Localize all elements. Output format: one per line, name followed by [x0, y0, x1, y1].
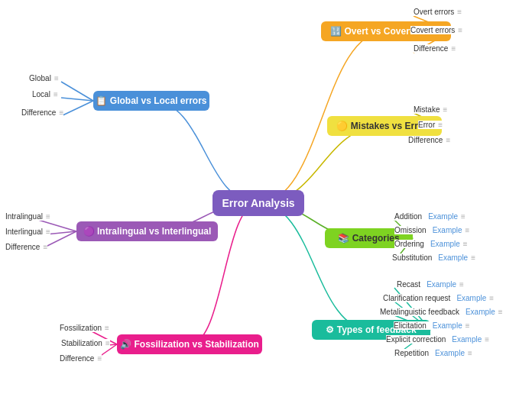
leaf-error: Error ≡: [418, 121, 443, 129]
leaf-overt-diff: Difference ≡: [414, 44, 456, 53]
leaf-local: Local ≡: [32, 90, 58, 98]
node-fossilization-label: 🔊 Fossilization vs Stabilization: [120, 339, 259, 350]
leaf-global-diff: Difference ≡: [21, 108, 63, 117]
leaf-addition: Addition Example ≡: [394, 212, 466, 221]
leaf-stabilization: Stabilization ≡: [61, 339, 110, 347]
central-label: Error Analysis: [222, 197, 294, 209]
svg-line-3: [61, 82, 93, 101]
node-global[interactable]: 📋 Global vs Local errors: [93, 91, 209, 111]
leaf-mistake: Mistake ≡: [414, 105, 447, 114]
leaf-clarification: Clarification request Example ≡: [383, 294, 494, 302]
leaf-ordering: Ordering Example ≡: [394, 240, 468, 248]
central-node[interactable]: Error Analysis: [212, 190, 304, 216]
node-intralingual[interactable]: 🟣 Intralingual vs Interlingual: [76, 221, 218, 241]
leaf-substitution: Substitution Example ≡: [392, 253, 475, 262]
leaf-interlingual: Interlingual ≡: [5, 228, 50, 236]
leaf-fossilization-diff: Difference ≡: [60, 354, 102, 363]
leaf-covert-errors: Covert errors ≡: [410, 26, 462, 34]
leaf-recast: Recast Example ≡: [397, 280, 464, 289]
node-categories-label: 📚 Categories: [338, 233, 399, 244]
leaf-mistakes-diff: Difference ≡: [408, 136, 450, 144]
leaf-overt-errors: Overt errors ≡: [414, 8, 462, 16]
svg-line-4: [61, 98, 93, 101]
leaf-metalinguistic: Metalinguistic feedback Example ≡: [380, 308, 503, 316]
leaf-elicitation: Elicitation Example ≡: [394, 321, 470, 330]
leaf-intralingual-diff: Difference ≡: [5, 243, 47, 251]
node-fossilization[interactable]: 🔊 Fossilization vs Stabilization: [117, 334, 262, 354]
leaf-intralingual: Intralingual ≡: [5, 212, 50, 221]
leaf-omission: Omission Example ≡: [394, 226, 469, 234]
leaf-fossilization: Fossilization ≡: [60, 324, 109, 332]
svg-line-5: [61, 101, 93, 116]
leaf-global: Global ≡: [29, 74, 59, 82]
node-intralingual-label: 🟣 Intralingual vs Interlingual: [83, 226, 212, 237]
node-global-label: 📋 Global vs Local errors: [96, 95, 206, 106]
leaf-repetition: Repetition Example ≡: [394, 349, 472, 357]
leaf-explicit: Explicit correction Example ≡: [386, 335, 489, 344]
